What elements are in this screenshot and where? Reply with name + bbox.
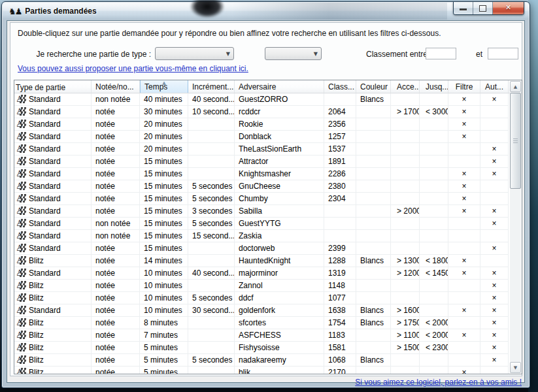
chess-pawn-icon: ♙ (16, 218, 27, 229)
cell-time: 10 minutes (140, 280, 188, 292)
cell-increment (188, 242, 235, 255)
table-row[interactable]: ♙Standardnotée15 minutesAttractor1891× (14, 155, 522, 168)
column-header-classement[interactable]: Class... (324, 80, 356, 93)
cell-type: ♙Standard (14, 168, 92, 180)
table-row[interactable]: ♙Blitznotée5 minutesblik2170× (14, 367, 522, 374)
cell-couleur (356, 242, 391, 255)
cell-jusqua: < 3000 (420, 106, 448, 118)
column-header-accepte[interactable]: Acce... (391, 80, 420, 93)
scroll-down-button[interactable]: ▼ (510, 362, 521, 373)
share-software-link[interactable]: Si vous aimez ce logiciel, parlez-en à v… (355, 378, 522, 387)
rating-max-input[interactable] (488, 48, 518, 59)
column-header-rated[interactable]: Notée/no... (92, 80, 140, 93)
cell-type: ♙Blitz (14, 329, 92, 342)
minimize-button[interactable] (454, 2, 473, 14)
column-header-type[interactable]: Type de partie (14, 80, 92, 93)
table-row[interactable]: ♙Blitznotée10 minutes5 secondesddcf1077× (14, 292, 522, 304)
cell-autre: × (480, 354, 509, 367)
table-row[interactable]: ♙Blitznotée7 minutesASFCHESS1183> 1100< … (14, 329, 522, 342)
table-row[interactable]: ♙Standardnotée20 minutesTheLastSionEarth… (14, 143, 522, 155)
scroll-up-button[interactable]: ▲ (510, 81, 521, 92)
cell-rated: notée (92, 280, 140, 292)
table-row[interactable]: ♙Standardnotée15 minutesdoctorweb2399× (14, 242, 522, 255)
cell-adversaire: GuestYYTG (235, 218, 324, 230)
cell-increment: 5 secondes (188, 193, 235, 205)
cell-adversaire: sfcortes (235, 317, 324, 329)
column-header-couleur[interactable]: Couleur (356, 80, 391, 93)
maximize-button[interactable] (473, 2, 493, 14)
close-button[interactable]: ✕ (493, 2, 524, 14)
cell-couleur: Blancs (356, 304, 391, 317)
cell-increment: 15 second... (188, 230, 235, 242)
maximize-icon (479, 5, 486, 12)
chess-app-icon: ♞♟ (8, 7, 21, 16)
column-header-jusqua[interactable]: Jusq... (420, 80, 448, 93)
cell-autre: × (480, 218, 509, 230)
cell-classement: 2286 (324, 168, 356, 180)
cell-jusqua: < 1800 (420, 255, 448, 267)
scrollbar-thumb[interactable] (510, 93, 521, 189)
table-row[interactable]: ♙Standardnotée15 minutes5 secondesChumby… (14, 193, 522, 205)
cell-jusqua (420, 242, 448, 255)
table-row[interactable]: ♙Standardnotée10 minutes30 second...gold… (14, 304, 522, 317)
cell-adversaire: GnuCheese (235, 180, 324, 193)
chess-pawn-icon: ♙ (16, 94, 27, 105)
table-row[interactable]: ♙Standardnon notée15 minutes15 second...… (14, 230, 522, 242)
table-row[interactable]: ♙Standardnotée15 minutes3 secondesSabill… (14, 205, 522, 218)
titlebar[interactable]: ♞♟ Parties demandées (3, 3, 529, 20)
cell-couleur (356, 180, 391, 193)
column-header-increment[interactable]: Incrément... (188, 80, 235, 93)
cell-increment (188, 118, 235, 131)
cell-jusqua (420, 168, 448, 180)
cell-accepte (391, 218, 420, 230)
cell-couleur (356, 367, 391, 374)
cell-time: 15 minutes (140, 168, 188, 180)
table-row[interactable]: ♙Standardnotée15 minutes5 secondesGnuChe… (14, 180, 522, 193)
cell-classement: 2399 (324, 242, 356, 255)
table-row[interactable]: ♙Standardnotée20 minutesRookie2356× (14, 118, 522, 131)
table-row[interactable]: ♙Standardnon notée15 minutes5 secondesGu… (14, 218, 522, 230)
cell-filtre: × (448, 118, 480, 131)
cell-increment (188, 143, 235, 155)
cell-type: ♙Standard (14, 230, 92, 242)
table-row[interactable]: ♙Blitznotée14 minutesHauntedKnight1288Bl… (14, 255, 522, 267)
rating-min-input[interactable] (426, 48, 456, 59)
table-row[interactable]: ♙Standardnotée15 minutesKnightsmasher228… (14, 168, 522, 180)
cell-classement: 1068 (324, 354, 356, 367)
cell-filtre: × (448, 193, 480, 205)
propose-game-link[interactable]: Vous pouvez aussi proposer une partie vo… (18, 64, 248, 73)
cell-filtre (448, 143, 480, 155)
table-row[interactable]: ♙Standardnotée10 minutes40 second...majo… (14, 267, 522, 280)
table-row[interactable]: ♙Standardnotée30 minutes10 second...rcdd… (14, 106, 522, 118)
cell-type: ♙Standard (14, 267, 92, 280)
column-header-autre[interactable]: Aut... (480, 80, 509, 93)
cell-classement: 1319 (324, 267, 356, 280)
cell-adversaire: Chumby (235, 193, 324, 205)
chess-pawn-icon: ♙ (16, 255, 27, 266)
table-row[interactable]: ♙Blitznotée8 minutessfcortes1754Blancs> … (14, 317, 522, 329)
table-row[interactable]: ♙Standardnon notée40 minutes40 second...… (14, 93, 522, 106)
cell-filtre (448, 354, 480, 367)
cell-classement: 1183 (324, 329, 356, 342)
cell-filtre: × (448, 329, 480, 342)
cell-increment: 10 second... (188, 106, 235, 118)
column-header-adversaire[interactable]: Adversaire (235, 80, 324, 93)
cell-autre (480, 131, 509, 143)
game-subtype-select[interactable]: ▼ (265, 47, 322, 60)
cell-classement: 1537 (324, 143, 356, 155)
game-type-select[interactable]: ▼ (155, 47, 234, 60)
cell-time: 5 minutes (140, 354, 188, 367)
cell-adversaire: goldenfork (235, 304, 324, 317)
table-row[interactable]: ♙Blitznotée5 minutes5 secondesnadakareem… (14, 354, 522, 367)
column-header-time[interactable]: Temps▲ (140, 80, 188, 93)
cell-accepte (391, 131, 420, 143)
table-row[interactable]: ♙Blitznotée5 minutesFishysoisse1581> 150… (14, 342, 522, 354)
cell-rated: notée (92, 304, 140, 317)
table-row[interactable]: ♙Blitznotée10 minutesZannol1148× (14, 280, 522, 292)
table-row[interactable]: ♙Standardnotée20 minutesDonblack1257× (14, 131, 522, 143)
cell-filtre: × (448, 131, 480, 143)
cell-jusqua (420, 354, 448, 367)
cell-accepte (391, 242, 420, 255)
column-header-filtre[interactable]: Filtre (448, 80, 480, 93)
cell-accepte: > 1100 (391, 329, 420, 342)
